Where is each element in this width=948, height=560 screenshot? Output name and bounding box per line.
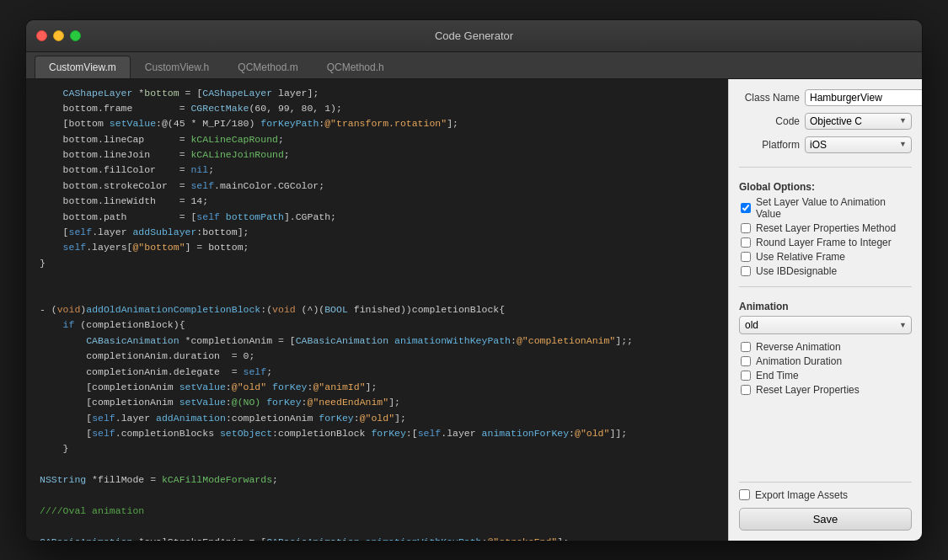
checkbox-round-layer-frame: Round Layer Frame to Integer: [739, 237, 912, 248]
code-line: [completionAnim setValue:@"old" forKey:@…: [26, 380, 728, 395]
end-time-checkbox[interactable]: [741, 371, 751, 381]
main-window: Code Generator CustomView.m CustomView.h…: [25, 19, 923, 541]
code-line: bottom.fillColor = nil;: [26, 163, 728, 178]
code-line: bottom.strokeColor = self.mainColor.CGCo…: [26, 179, 728, 194]
platform-select-container: iOS macOS ▼: [805, 136, 912, 153]
reset-layer-properties-label[interactable]: Reset Layer Properties Method: [756, 222, 896, 234]
code-line: [completionAnim setValue:@(NO) forKey:@"…: [26, 395, 728, 410]
divider-3: [739, 482, 912, 483]
code-editor[interactable]: CAShapeLayer *bottom = [CAShapeLayer lay…: [26, 79, 728, 541]
export-image-assets-checkbox[interactable]: [739, 489, 750, 500]
code-line: bottom.lineJoin = kCALineJoinRound;: [26, 147, 728, 163]
animation-title: Animation: [739, 301, 912, 312]
class-name-row: Class Name: [739, 89, 912, 106]
maximize-button[interactable]: [70, 30, 81, 41]
traffic-lights: [36, 30, 81, 41]
code-line: bottom.lineWidth = 14;: [26, 194, 728, 209]
checkbox-reset-layer-properties: Reset Layer Properties Method: [739, 222, 912, 234]
window-title: Code Generator: [36, 29, 912, 42]
reset-layer-properties-anim-checkbox[interactable]: [741, 385, 751, 395]
code-line: completionAnim.duration = 0;: [26, 349, 728, 364]
use-ib-designable-label[interactable]: Use IBDesignable: [756, 265, 837, 277]
platform-label: Platform: [739, 139, 800, 151]
code-line: [26, 457, 728, 472]
reset-layer-properties-anim-label[interactable]: Reset Layer Properties: [756, 384, 860, 396]
code-line: [26, 271, 728, 286]
tab-customview-m[interactable]: CustomView.m: [35, 56, 131, 78]
checkbox-reset-layer-props-anim: Reset Layer Properties: [739, 384, 912, 396]
code-line: [self.layer addSublayer:bottom];: [26, 225, 728, 240]
code-line: CABasicAnimation *completionAnim = [CABa…: [26, 333, 728, 349]
set-layer-value-checkbox[interactable]: [741, 203, 751, 213]
use-relative-frame-label[interactable]: Use Relative Frame: [756, 251, 845, 263]
tab-qcmethod-h[interactable]: QCMethod.h: [313, 56, 399, 78]
divider-1: [739, 167, 912, 168]
code-select-container: Objective C Swift ▼: [805, 113, 912, 130]
save-button[interactable]: Save: [739, 508, 912, 531]
code-line: if (completionBlock){: [26, 317, 728, 333]
animation-dropdown-container: old new ▼: [739, 316, 912, 334]
code-line: - (void)addOldAnimationCompletionBlock:(…: [26, 302, 728, 317]
divider-2: [739, 286, 912, 287]
reverse-animation-label[interactable]: Reverse Animation: [756, 341, 841, 353]
title-bar: Code Generator: [26, 20, 922, 52]
reverse-animation-checkbox[interactable]: [741, 342, 751, 352]
code-line: bottom.frame = CGRectMake(60, 99, 80, 1)…: [26, 101, 728, 116]
end-time-label[interactable]: End Time: [756, 370, 799, 381]
code-line: bottom.path = [self bottomPath].CGPath;: [26, 210, 728, 225]
checkbox-end-time: End Time: [739, 370, 912, 381]
code-line: [bottom setValue:@(45 * M_PI/180) forKey…: [26, 116, 728, 131]
code-line: [26, 287, 728, 302]
code-line: NSString *fillMode = kCAFillModeForwards…: [26, 472, 728, 488]
animation-duration-checkbox[interactable]: [741, 356, 751, 366]
set-layer-value-label[interactable]: Set Layer Value to Animation Value: [756, 196, 912, 220]
export-row: Export Image Assets: [739, 489, 912, 501]
code-line: CAShapeLayer *bottom = [CAShapeLayer lay…: [26, 86, 728, 101]
main-content: CAShapeLayer *bottom = [CAShapeLayer lay…: [26, 79, 922, 541]
tab-customview-h[interactable]: CustomView.h: [131, 56, 223, 78]
code-line: self.layers[@"bottom"] = bottom;: [26, 240, 728, 255]
tab-bar: CustomView.m CustomView.h QCMethod.m QCM…: [26, 52, 922, 79]
code-line: completionAnim.delegate = self;: [26, 365, 728, 380]
minimize-button[interactable]: [53, 30, 64, 41]
close-button[interactable]: [36, 30, 47, 41]
round-layer-frame-checkbox[interactable]: [741, 237, 751, 248]
code-row: Code Objective C Swift ▼: [739, 113, 912, 130]
code-line: CABasicAnimation *ovalStrokeEndAnim = [C…: [26, 535, 728, 541]
reset-layer-properties-checkbox[interactable]: [741, 223, 751, 233]
use-relative-frame-checkbox[interactable]: [741, 252, 751, 262]
export-image-assets-label[interactable]: Export Image Assets: [755, 489, 848, 501]
code-line: [26, 519, 728, 534]
code-select[interactable]: Objective C Swift: [805, 113, 912, 130]
class-name-input[interactable]: [805, 89, 922, 106]
global-options-title: Global Options:: [739, 181, 912, 193]
platform-row: Platform iOS macOS ▼: [739, 136, 912, 153]
checkbox-use-ib-designable: Use IBDesignable: [739, 265, 912, 277]
code-line: bottom.lineCap = kCALineCapRound;: [26, 132, 728, 147]
use-ib-designable-checkbox[interactable]: [741, 266, 751, 276]
class-name-label: Class Name: [739, 92, 800, 104]
code-line: ////Oval animation: [26, 504, 728, 519]
code-line: }: [26, 441, 728, 456]
checkbox-reverse-animation: Reverse Animation: [739, 341, 912, 353]
code-label: Code: [739, 115, 800, 127]
checkbox-set-layer-value: Set Layer Value to Animation Value: [739, 196, 912, 220]
tab-qcmethod-m[interactable]: QCMethod.m: [223, 56, 312, 78]
code-line: }: [26, 256, 728, 271]
round-layer-frame-label[interactable]: Round Layer Frame to Integer: [756, 237, 892, 248]
code-line: [self.completionBlocks setObject:complet…: [26, 426, 728, 441]
checkbox-use-relative-frame: Use Relative Frame: [739, 251, 912, 263]
platform-select[interactable]: iOS macOS: [805, 136, 912, 153]
sidebar: Class Name Code Objective C Swift ▼ Plat…: [728, 79, 922, 541]
checkbox-animation-duration: Animation Duration: [739, 355, 912, 367]
code-line: [26, 488, 728, 504]
code-line: [self.layer addAnimation:completionAnim …: [26, 411, 728, 426]
animation-select[interactable]: old new: [739, 316, 912, 334]
animation-duration-label[interactable]: Animation Duration: [756, 355, 842, 367]
